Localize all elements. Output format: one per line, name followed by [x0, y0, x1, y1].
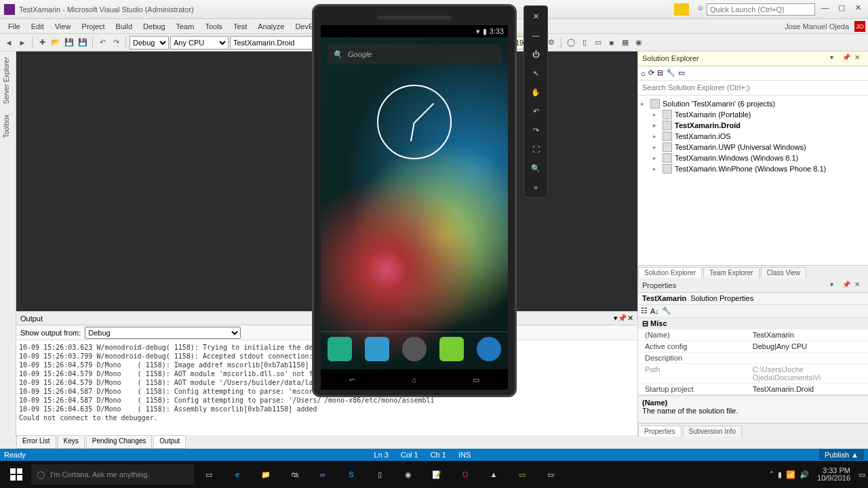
menu-file[interactable]: File: [3, 21, 26, 32]
tool-icon-6[interactable]: ▦: [619, 37, 631, 49]
edge-icon[interactable]: e: [224, 464, 251, 485]
tool-icon-4[interactable]: ▭: [592, 37, 604, 49]
explorer-icon[interactable]: 📁: [252, 464, 279, 485]
open-icon[interactable]: 📂: [50, 37, 62, 49]
user-name[interactable]: Jose Manuel Ojeda: [785, 22, 849, 30]
app-icon[interactable]: ▯: [366, 464, 393, 485]
home-icon[interactable]: ⌂: [412, 375, 416, 384]
emu-close-icon[interactable]: ✕: [528, 9, 543, 24]
nav-back-icon[interactable]: ◄: [3, 37, 15, 49]
clock-widget[interactable]: [377, 85, 452, 159]
properties-object[interactable]: TestXamarin Solution Properties: [638, 293, 868, 305]
menu-edit[interactable]: Edit: [26, 21, 50, 32]
platform-select[interactable]: Any CPU: [170, 36, 229, 49]
start-button[interactable]: [3, 464, 30, 485]
output-source-select[interactable]: Debug: [85, 327, 241, 339]
undo-icon[interactable]: ↶: [96, 37, 108, 49]
tab-properties[interactable]: Properties: [638, 426, 682, 436]
server-explorer-tab[interactable]: Server Explorer: [0, 52, 13, 109]
emu-minimize-icon[interactable]: —: [528, 28, 543, 43]
menu-team[interactable]: Team: [171, 21, 200, 32]
store-icon[interactable]: 🛍: [281, 464, 308, 485]
menu-analyze[interactable]: Analyze: [252, 21, 290, 32]
tab-output[interactable]: Output: [153, 435, 186, 449]
emu-power-icon[interactable]: ⏻: [528, 47, 543, 62]
project-node[interactable]: ▸TestXamarin.iOS: [638, 131, 868, 142]
menu-test[interactable]: Test: [228, 21, 252, 32]
tab-error-list[interactable]: Error List: [16, 435, 56, 449]
recents-icon[interactable]: ▭: [473, 375, 479, 384]
phone-app-icon[interactable]: [328, 337, 352, 361]
tool-icon-2[interactable]: ◯: [565, 37, 577, 49]
back-icon[interactable]: ⤺: [349, 375, 355, 384]
chrome-icon[interactable]: ◉: [395, 464, 422, 485]
emu-touch-icon[interactable]: ✋: [528, 85, 543, 100]
properties-icon[interactable]: 🔧: [666, 68, 675, 77]
skype-icon[interactable]: S: [338, 464, 365, 485]
menu-view[interactable]: View: [50, 21, 77, 32]
tray-volume-icon[interactable]: 🔊: [800, 470, 809, 479]
project-node[interactable]: ▸TestXamarin (Portable): [638, 109, 868, 120]
browser-app-icon[interactable]: [477, 337, 501, 361]
contacts-app-icon[interactable]: [365, 337, 389, 361]
home-icon[interactable]: ⌂: [641, 69, 646, 77]
tool-icon-7[interactable]: ◉: [633, 37, 645, 49]
menu-debug[interactable]: Debug: [138, 21, 170, 32]
project-node[interactable]: ▸TestXamarin.WinPhone (Windows Phone 8.1…: [638, 163, 868, 174]
publish-button[interactable]: Publish ▲: [819, 449, 864, 460]
task-view-icon[interactable]: ▭: [195, 464, 222, 485]
project-node[interactable]: ▸TestXamarin.Droid: [638, 120, 868, 131]
system-tray[interactable]: ˄ ▮ 📶 🔊 3:33 PM10/9/2016 ▭: [770, 467, 865, 482]
tab-keys[interactable]: Keys: [58, 435, 85, 449]
panel-pin-icon[interactable]: 📌: [618, 314, 627, 323]
wrench-icon[interactable]: 🔧: [662, 306, 671, 315]
solution-search-input[interactable]: [638, 81, 868, 95]
cortana-search[interactable]: ◯ I'm Cortana. Ask me anything.: [31, 464, 194, 485]
tab-subversion[interactable]: Subversion Info: [683, 426, 743, 436]
apps-drawer-icon[interactable]: [402, 337, 427, 361]
panel-dropdown-icon[interactable]: ▾: [830, 281, 840, 290]
notification-icon[interactable]: [674, 3, 689, 16]
emulator-screen[interactable]: 🔍 Google: [321, 37, 508, 369]
panel-dropdown-icon[interactable]: ▾: [830, 54, 840, 63]
tool-icon-5[interactable]: ■: [606, 37, 618, 49]
expand-icon[interactable]: ▸: [641, 100, 648, 107]
solution-tree[interactable]: ▸ Solution 'TestXamarin' (6 projects) ▸T…: [638, 96, 868, 265]
vs-icon[interactable]: ∞: [309, 464, 336, 485]
save-all-icon[interactable]: 💾: [77, 37, 89, 49]
menu-project[interactable]: Project: [76, 21, 110, 32]
emu-more-icon[interactable]: »: [528, 180, 543, 195]
config-select[interactable]: Debug: [130, 36, 169, 49]
quick-launch-input[interactable]: [707, 3, 815, 16]
opera-icon[interactable]: O: [452, 464, 479, 485]
new-project-icon[interactable]: ✚: [36, 37, 48, 49]
tray-clock[interactable]: 3:33 PM10/9/2016: [813, 467, 854, 482]
project-node[interactable]: ▸TestXamarin.UWP (Universal Windows): [638, 142, 868, 152]
output-text[interactable]: 10-09 15:26:03.623 W/monodroid-debug( 11…: [16, 340, 321, 435]
solution-root-node[interactable]: ▸ Solution 'TestXamarin' (6 projects): [638, 98, 868, 109]
emu-zoom-icon[interactable]: 🔍: [528, 161, 543, 176]
feedback-icon[interactable]: ☺: [694, 3, 707, 16]
notifications-icon[interactable]: ▭: [859, 470, 865, 479]
alpha-icon[interactable]: A↓: [650, 307, 659, 315]
emulator-icon[interactable]: ▲: [480, 464, 507, 485]
emu-cursor-icon[interactable]: ↖: [528, 66, 543, 81]
emu-fit-icon[interactable]: ⛶: [528, 142, 543, 157]
panel-close-icon[interactable]: ✕: [627, 314, 633, 323]
panel-close-icon[interactable]: ✕: [854, 281, 864, 290]
toolbox-tab[interactable]: Toolbox: [0, 109, 13, 143]
tray-battery-icon[interactable]: ▮: [778, 470, 782, 479]
panel-close-icon[interactable]: ✕: [854, 54, 864, 63]
panel-pin-icon[interactable]: 📌: [842, 54, 852, 63]
maximize-button[interactable]: ▢: [835, 3, 848, 16]
project-node[interactable]: ▸TestXamarin.Windows (Windows 8.1): [638, 152, 868, 163]
save-icon[interactable]: 💾: [63, 37, 75, 49]
tab-pending-changes[interactable]: Pending Changes: [86, 435, 153, 449]
categorize-icon[interactable]: ☷: [641, 306, 648, 315]
panel-pin-icon[interactable]: 📌: [842, 281, 852, 290]
menu-tools[interactable]: Tools: [199, 21, 228, 32]
android-emulator[interactable]: ▾ ▮ 3:33 🔍 Google ⤺ ⌂ ▭: [312, 4, 517, 397]
google-search-bar[interactable]: 🔍 Google: [328, 44, 501, 64]
menu-build[interactable]: Build: [111, 21, 138, 32]
tab-solution-explorer[interactable]: Solution Explorer: [638, 267, 702, 278]
